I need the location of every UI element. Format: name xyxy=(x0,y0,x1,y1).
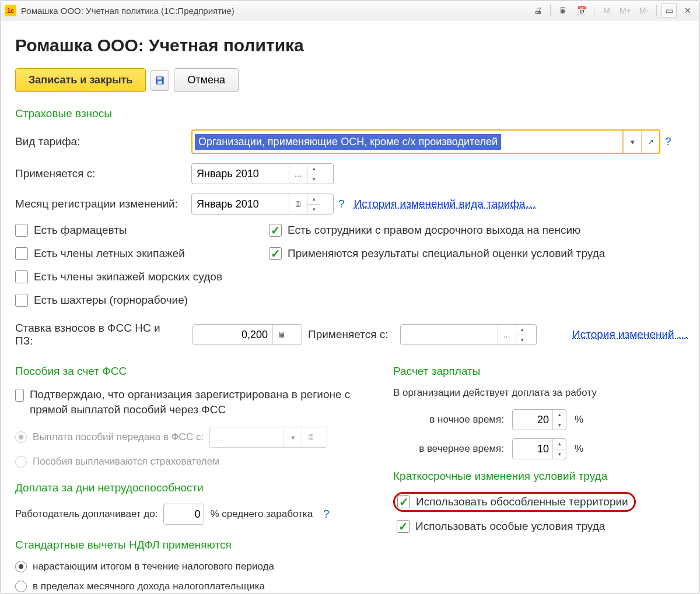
calc-icon[interactable]: 🖩 xyxy=(272,325,290,345)
separator xyxy=(594,5,594,16)
checkbox-miners[interactable]: Есть шахтеры (горнорабочие) xyxy=(15,294,246,307)
checkbox-label: Есть сотрудники с правом досрочного выхо… xyxy=(288,224,580,237)
spin-down-icon[interactable]: ▾ xyxy=(516,335,529,345)
radio-label: Выплата пособий передана в ФСС с: xyxy=(33,431,204,443)
checkbox-label: Есть фармацевты xyxy=(34,224,127,237)
tariff-history-link[interactable]: История изменений вида тарифа… xyxy=(354,198,537,210)
fss-transfer-date-input: ▾ 🗓 xyxy=(209,427,327,448)
spin-down-icon[interactable]: ▾ xyxy=(553,420,566,430)
checkbox-special-conditions[interactable]: Использовать особые условия труда xyxy=(397,520,688,533)
checkbox-label: Использовать обособленные территории xyxy=(416,495,628,508)
help-icon[interactable]: ? xyxy=(665,135,671,148)
night-pct-field[interactable] xyxy=(513,414,552,426)
employer-extra-input[interactable] xyxy=(163,504,204,525)
checkbox-sea-crew[interactable]: Есть члены экипажей морских судов xyxy=(15,270,246,283)
label-tariff-type: Вид тарифа: xyxy=(15,135,191,148)
checkbox-label: Есть шахтеры (горнорабочие) xyxy=(34,294,188,307)
picker-button[interactable]: … xyxy=(498,325,516,345)
month-reg-field[interactable] xyxy=(192,198,289,210)
save-button[interactable] xyxy=(150,70,169,91)
dropdown-icon: ▾ xyxy=(284,427,302,447)
picker-button[interactable]: … xyxy=(289,164,307,184)
spin-up-icon[interactable]: ▴ xyxy=(516,325,529,335)
toolbar: Записать и закрыть Отмена xyxy=(15,68,688,92)
calculator-icon[interactable]: 🖩 xyxy=(555,3,570,17)
radio-fss-to-fss xyxy=(15,431,27,443)
percent-label: % xyxy=(575,443,583,455)
spin-up-icon[interactable]: ▴ xyxy=(307,164,320,174)
calendar-picker-icon[interactable]: 🗓 xyxy=(289,194,307,214)
spin-up-icon[interactable]: ▴ xyxy=(553,410,566,420)
window-title: Ромашка ООО: Учетная политика (1С:Предпр… xyxy=(21,6,235,16)
help-icon[interactable]: ? xyxy=(338,198,345,210)
open-icon[interactable]: ↗ xyxy=(641,131,659,153)
fss-rate-field[interactable] xyxy=(193,329,272,341)
checkbox-early-pension[interactable]: Есть сотрудники с правом досрочного выхо… xyxy=(269,224,605,237)
radio-ndfl-monthly[interactable] xyxy=(15,581,27,592)
checkbox-label: Использовать особые условия труда xyxy=(415,520,605,533)
percent-label: % xyxy=(575,414,583,426)
evening-pct-field[interactable] xyxy=(513,443,552,455)
memory-mplus-button[interactable]: M+ xyxy=(618,3,633,17)
label-evening: в вечернее время: xyxy=(393,443,504,455)
spin-down-icon[interactable]: ▾ xyxy=(307,205,320,215)
applies-from2-field[interactable] xyxy=(401,329,498,341)
history2-link[interactable]: История изменений … xyxy=(572,328,688,341)
separator xyxy=(656,5,657,16)
applies-from2-input[interactable]: … ▴▾ xyxy=(400,324,537,345)
applies-from-input[interactable]: … ▴▾ xyxy=(191,163,334,184)
save-and-close-button[interactable]: Записать и закрыть xyxy=(15,68,146,92)
checkbox-flight-crew[interactable]: Есть члены летных экипажей xyxy=(15,247,246,260)
page-title: Ромашка ООО: Учетная политика xyxy=(15,36,688,55)
label-night: в ночное время: xyxy=(393,414,504,426)
app-logo-icon: 1с xyxy=(5,5,16,16)
save-icon xyxy=(155,75,165,86)
memory-mminus-button[interactable]: M- xyxy=(636,3,652,17)
applies-from-field[interactable] xyxy=(192,168,289,180)
print-icon[interactable]: 🖨 xyxy=(530,3,545,17)
label-fss-rate: Ставка взносов в ФСС НС и ПЗ: xyxy=(15,322,181,347)
checkbox-separate-territories[interactable]: Использовать обособленные территории xyxy=(397,495,628,508)
checkbox-spec-eval[interactable]: Применяются результаты специальной оценк… xyxy=(269,247,605,260)
label-avg-earnings: % среднего заработка xyxy=(210,508,313,520)
close-button[interactable]: ✕ xyxy=(680,3,695,17)
spin-up-icon[interactable]: ▴ xyxy=(307,194,320,205)
radio-label: нарастающим итогом в течение налогового … xyxy=(33,561,274,572)
section-insurance: Страховые взносы xyxy=(15,107,688,120)
fss-transfer-date-field xyxy=(210,431,284,444)
checkbox-pharmacists[interactable]: Есть фармацевты xyxy=(15,224,246,237)
label-month-reg: Месяц регистрации изменений: xyxy=(15,198,191,210)
checkbox-label: Есть члены экипажей морских судов xyxy=(34,270,222,283)
calendar-picker-icon: 🗓 xyxy=(302,427,320,447)
tariff-type-select[interactable]: Организации, применяющие ОСН, кроме с/х … xyxy=(191,129,660,154)
section-salary: Расчет зарплаты xyxy=(393,365,688,378)
calendar-icon[interactable]: 📅 xyxy=(574,3,589,17)
app-window: 1с Ромашка ООО: Учетная политика (1С:Пре… xyxy=(1,1,699,593)
label-applies-from: Применяется с: xyxy=(15,167,191,180)
month-reg-input[interactable]: 🗓 ▴▾ xyxy=(191,194,334,215)
svg-rect-2 xyxy=(158,80,163,83)
section-ndfl: Стандартные вычеты НДФЛ применяются xyxy=(15,539,365,551)
checkbox-label: Применяются результаты специальной оценк… xyxy=(288,247,605,260)
label-employer-extra: Работодатель доплачивает до: xyxy=(15,508,158,520)
titlebar: 1с Ромашка ООО: Учетная политика (1С:Пре… xyxy=(1,1,699,20)
minimize-button[interactable]: ▭ xyxy=(662,3,677,17)
tariff-type-value: Организации, применяющие ОСН, кроме с/х … xyxy=(195,134,501,150)
svg-rect-1 xyxy=(158,77,162,80)
spin-down-icon[interactable]: ▾ xyxy=(553,449,566,459)
dropdown-icon[interactable]: ▾ xyxy=(623,131,641,153)
help-icon[interactable]: ? xyxy=(323,508,330,521)
radio-fss-by-insurer xyxy=(15,456,27,468)
evening-pct-input[interactable]: ▴▾ xyxy=(512,438,566,459)
memory-m-button[interactable]: M xyxy=(599,3,614,17)
checkbox-fss-confirm[interactable]: Подтверждаю, что организация зарегистрир… xyxy=(15,387,365,417)
salary-intro: В организации действует доплата за работ… xyxy=(393,387,688,399)
night-pct-input[interactable]: ▴▾ xyxy=(512,409,566,430)
spin-down-icon[interactable]: ▾ xyxy=(307,174,320,184)
cancel-button[interactable]: Отмена xyxy=(174,68,239,92)
section-sick-extra: Доплата за дни нетрудоспособности xyxy=(15,481,365,494)
employer-extra-field[interactable] xyxy=(164,508,204,521)
radio-ndfl-cumulative[interactable] xyxy=(15,561,27,572)
spin-up-icon[interactable]: ▴ xyxy=(553,439,566,449)
fss-rate-input[interactable]: 🖩 xyxy=(192,324,302,345)
